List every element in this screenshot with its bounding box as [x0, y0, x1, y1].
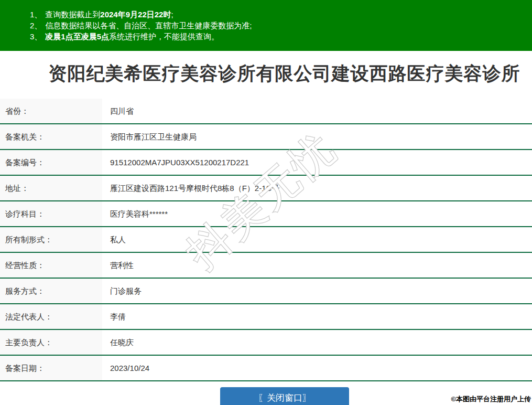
row-label: 法定代表人： — [0, 304, 102, 329]
row-value: 任晓庆 — [102, 330, 532, 355]
notice-text: 系统进行维护，不能提供查询。 — [109, 32, 219, 41]
notice-text: 信息数据结果以各省、自治区、直辖市卫生健康委数据为准; — [45, 21, 252, 30]
row-label: 经营性质： — [0, 253, 102, 278]
row-value: 雁江区建设西路121号摩根时代8栋8（F）2-1C号 — [102, 176, 532, 200]
query-result-page: 1、查询数据截止到2024年9月22日22时;2、信息数据结果以各省、自治区、直… — [0, 0, 532, 381]
table-row: 主要负责人：任晓庆 — [0, 330, 532, 356]
row-value: 营利性 — [102, 253, 532, 278]
row-value: 私人 — [102, 227, 532, 252]
table-row: 所有制形式：私人 — [0, 227, 532, 253]
attribution-text: ©本图由平台注册用户上传 — [451, 395, 531, 404]
notice-text: 2024年9月22日22时 — [100, 10, 171, 19]
row-label: 服务方式： — [0, 279, 102, 303]
notice-number: 1、 — [30, 10, 42, 19]
notice-text: ; — [171, 10, 173, 19]
row-value: 门诊服务 — [102, 279, 532, 303]
table-row: 经营性质：营利性 — [0, 253, 532, 279]
notice-line: 3、凌晨1点至凌晨5点系统进行维护，不能提供查询。 — [30, 31, 532, 42]
row-value: 医疗美容科****** — [102, 201, 532, 226]
table-row: 法定代表人：李倩 — [0, 304, 532, 330]
notice-list: 1、查询数据截止到2024年9月22日22时;2、信息数据结果以各省、自治区、直… — [30, 9, 532, 42]
notice-number: 3、 — [30, 32, 42, 41]
row-label: 备案机关： — [0, 124, 102, 149]
row-label: 诊疗科目： — [0, 201, 102, 226]
table-row: 备案日期：2023/10/24 — [0, 356, 532, 381]
table-row: 服务方式：门诊服务 — [0, 279, 532, 304]
notice-text: 查询数据截止到 — [45, 10, 100, 19]
row-value: 资阳市雁江区卫生健康局 — [102, 124, 532, 149]
row-label: 备案编号： — [0, 150, 102, 175]
table-row: 备案机关：资阳市雁江区卫生健康局 — [0, 124, 532, 150]
close-window-button[interactable]: 〖关闭窗口〗 — [220, 387, 349, 405]
table-row: 地址：雁江区建设西路121号摩根时代8栋8（F）2-1C号 — [0, 176, 532, 201]
notice-text: 凌晨1点至凌晨5点 — [45, 32, 109, 41]
row-value: 李倩 — [102, 304, 532, 329]
row-value: 91512002MA7JPU03XX51200217D221 — [102, 150, 532, 175]
row-label: 备案日期： — [0, 356, 102, 380]
row-value: 2023/10/24 — [102, 356, 532, 380]
row-label: 所有制形式： — [0, 227, 102, 252]
row-label: 地址： — [0, 176, 102, 200]
page-title: 资阳纪美希医疗美容诊所有限公司建设西路医疗美容诊所 — [0, 63, 532, 84]
table-row: 备案编号：91512002MA7JPU03XX51200217D221 — [0, 150, 532, 176]
notice-line: 2、信息数据结果以各省、自治区、直辖市卫生健康委数据为准; — [30, 20, 532, 31]
row-label: 主要负责人： — [0, 330, 102, 355]
table-row: 诊疗科目：医疗美容科****** — [0, 201, 532, 227]
content-area: 资阳纪美希医疗美容诊所有限公司建设西路医疗美容诊所 省份：四川省备案机关：资阳市… — [0, 63, 532, 381]
row-label: 省份： — [0, 99, 102, 123]
table-row: 省份：四川省 — [0, 99, 532, 124]
row-value: 四川省 — [102, 99, 532, 123]
notice-number: 2、 — [30, 21, 42, 30]
notice-banner: 1、查询数据截止到2024年9月22日22时;2、信息数据结果以各省、自治区、直… — [0, 0, 532, 51]
info-table: 省份：四川省备案机关：资阳市雁江区卫生健康局备案编号：91512002MA7JP… — [0, 99, 532, 381]
notice-line: 1、查询数据截止到2024年9月22日22时; — [30, 9, 532, 20]
